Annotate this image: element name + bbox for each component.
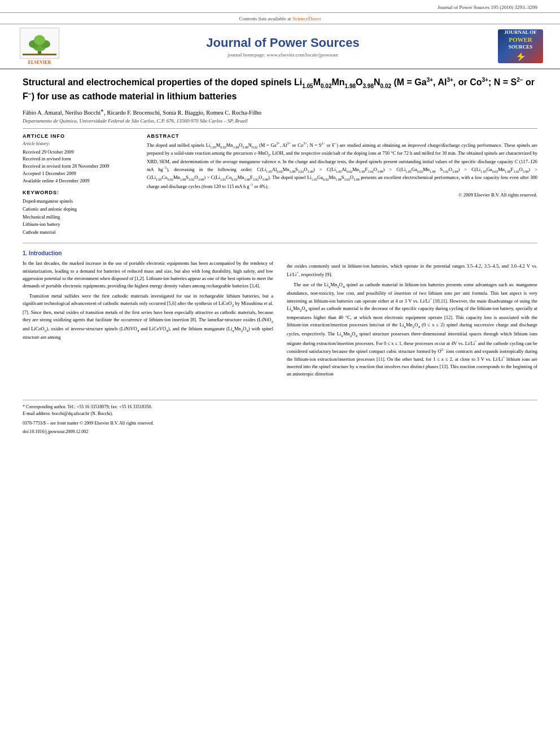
page: Journal of Power Sources 195 (2010) 3293… <box>0 0 560 747</box>
journal-title: Journal of Power Sources <box>68 36 498 50</box>
journal-homepage: journal homepage: www.elsevier.com/locat… <box>68 52 498 58</box>
article-info-abstract: ARTICLE INFO Article history: Received 2… <box>23 128 537 237</box>
elsevier-logo: ELSEVIER <box>17 28 62 65</box>
svg-marker-6 <box>517 53 525 62</box>
keyword-2: Cationic and anionic doping <box>23 206 135 213</box>
keyword-4: Lithium-ion battery <box>23 221 135 229</box>
elsevier-text: ELSEVIER <box>28 60 51 65</box>
contents-line: Contents lists available at ScienceDirec… <box>68 15 492 21</box>
body-right-col: the oxides commonly used in lithium-ion … <box>287 250 537 380</box>
copyright: © 2009 Elsevier B.V. All rights reserved… <box>147 192 537 198</box>
revised-date: Received in revised form 28 November 200… <box>23 163 135 170</box>
article-title: Structural and electrochemical propertie… <box>23 76 537 103</box>
footer: * Corresponding author. Tel.: +55 16 335… <box>23 400 537 434</box>
journal-ref-text: Journal of Power Sources 195 (2010) 3293… <box>438 5 537 10</box>
authors: Fábio A. Amaral, Nerilso Bocchi∗, Ricard… <box>23 108 537 116</box>
article-history-label: Article history: <box>23 141 135 146</box>
footer-corresponding: * Corresponding author. Tel.: +55 16 335… <box>23 404 537 410</box>
revised-label: Received in revised form <box>23 155 135 163</box>
journal-header: ELSEVIER Journal of Power Sources journa… <box>0 24 560 69</box>
abstract-text: The doped and milled spinels Li1.05M0.02… <box>147 141 537 190</box>
footer-email: E-mail address: bocchi@dq.ufscar.br (N. … <box>23 410 537 417</box>
article-info-heading: ARTICLE INFO <box>23 133 135 139</box>
body-right-text: the oxides commonly used in lithium-ion … <box>287 263 537 377</box>
received-date: Received 29 October 2009 <box>23 148 135 156</box>
available-date: Available online 4 December 2009 <box>23 177 135 185</box>
journal-reference: Journal of Power Sources 195 (2010) 3293… <box>0 0 560 12</box>
elsevier-logo-box <box>20 28 59 59</box>
keyword-1: Doped-manganese spinels <box>23 198 135 206</box>
svg-point-4 <box>34 35 45 45</box>
article-info-col: ARTICLE INFO Article history: Received 2… <box>23 133 135 237</box>
keywords-heading: Keywords: <box>23 190 135 195</box>
footer-doi: doi:10.1016/j.jpowsour.2009.12.002 <box>23 429 537 434</box>
accepted-date: Accepted 1 December 2009 <box>23 170 135 177</box>
abstract-col: ABSTRACT The doped and milled spinels Li… <box>147 133 537 237</box>
svg-rect-5 <box>23 54 56 55</box>
main-content: Structural and electrochemical propertie… <box>0 69 560 392</box>
section-divider <box>23 243 537 243</box>
body-left-col: 1. Introduction In the last decades, the… <box>23 250 273 380</box>
journal-logo-box: JOURNAL OF POWER SOURCES <box>498 29 543 63</box>
keyword-5: Cathode material <box>23 229 135 237</box>
header-band: Contents lists available at ScienceDirec… <box>0 12 560 24</box>
contents-text: Contents lists available at <box>239 16 291 21</box>
intro-section-title: 1. Introduction <box>23 250 273 256</box>
footer-issn: 0378-7753/$ – see front matter © 2009 El… <box>23 421 537 426</box>
keywords-section: Keywords: Doped-manganese spinels Cation… <box>23 190 135 236</box>
body-left-text: In the last decades, the marked increase… <box>23 260 273 341</box>
sciencedirect-link[interactable]: ScienceDirect <box>292 16 321 21</box>
journal-logo-inner: JOURNAL OF POWER SOURCES <box>504 29 537 64</box>
introduction-section: 1. Introduction In the last decades, the… <box>23 250 537 380</box>
journal-title-center: Journal of Power Sources journal homepag… <box>68 36 498 58</box>
abstract-heading: ABSTRACT <box>147 133 537 139</box>
lightning-icon <box>509 51 532 62</box>
affiliation: Departamento de Química, Universidade Fe… <box>23 118 537 124</box>
elsevier-tree-icon <box>23 30 56 57</box>
keyword-3: Mechanical milling <box>23 213 135 221</box>
